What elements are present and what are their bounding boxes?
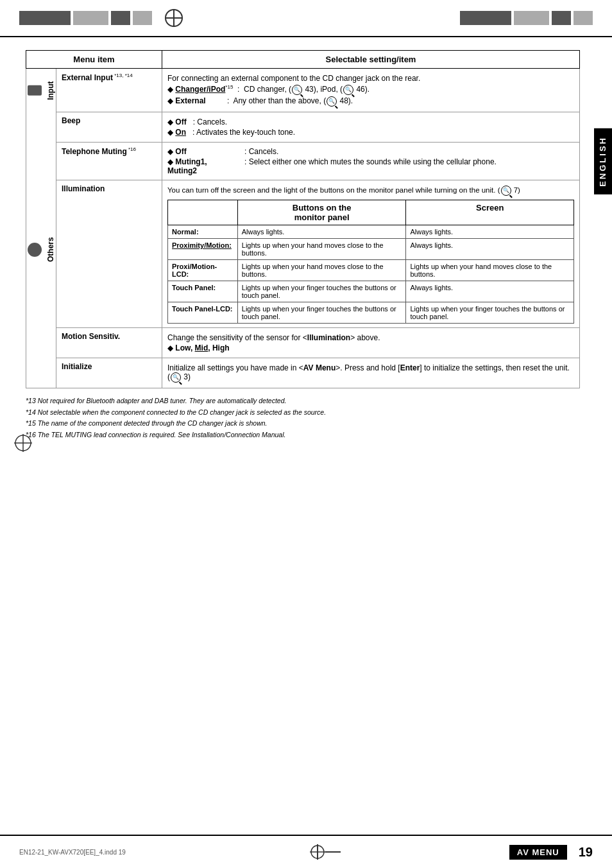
section-label-input: Input	[26, 69, 56, 112]
others-label: Others	[46, 238, 55, 263]
initialize-setting: Initialize all settings you have made in…	[162, 358, 580, 388]
illum-normal-col2: Always lights.	[406, 225, 574, 238]
changer-ipod-item: ◆ Changer/iPod*15 : CD changer, (🔍 43), …	[167, 84, 574, 95]
footnote-15: *15 The name of the component detected t…	[26, 419, 580, 429]
search-icon-5: 🔍	[171, 372, 181, 383]
illum-normal-col1: Always lights.	[237, 225, 406, 238]
page-info: AV MENU 19	[509, 845, 593, 860]
illum-col1-header: Buttons on themonitor panel	[237, 200, 406, 225]
top-bar-left	[19, 11, 152, 25]
bottom-bar: EN12-21_KW-AVX720[EE]_4.indd 19 AV MENU …	[0, 835, 612, 868]
changer-ipod-label: Changer/iPod	[175, 85, 225, 94]
illum-touch-panel-lcd-col2: Lights up when your finger touches the b…	[406, 302, 574, 323]
tel-muting-off-label-cell: ◆ Off	[167, 146, 244, 157]
illum-proximity-label: Proximity/Motion:	[168, 238, 238, 259]
motion-sensitiv-label: Motion Sensitiv.	[62, 332, 120, 341]
illumination-setting: You can turn off the screen and the ligh…	[162, 180, 580, 327]
proxi-lcd-bold: Proxi/Motion-LCD:	[172, 263, 217, 278]
section-label-others: Others	[26, 112, 56, 388]
av-menu-ref: AV Menu	[303, 363, 336, 372]
illum-row-touch-panel-lcd: Touch Panel-LCD: Lights up when your fin…	[168, 302, 574, 323]
av-menu-badge: AV MENU	[509, 845, 567, 860]
external-input-desc: For connecting an external component to …	[167, 74, 574, 83]
file-info: EN12-21_KW-AVX720[EE]_4.indd 19	[19, 849, 126, 856]
main-table: Menu item Selectable setting/item Input …	[26, 50, 580, 388]
illum-row-normal: Normal: Always lights. Always lights.	[168, 225, 574, 238]
external-label: External	[175, 96, 205, 105]
search-icon-2: 🔍	[343, 85, 353, 95]
footnotes: *13 Not required for Bluetooth adapter a…	[26, 396, 580, 440]
illum-col0-header	[168, 200, 238, 225]
beep-on-label: On	[175, 128, 186, 137]
bar-block-8	[574, 11, 593, 25]
bar-block-2	[73, 11, 108, 25]
tel-muting-menu: Telephone Muting *16	[56, 142, 162, 180]
top-header	[0, 0, 612, 37]
table-row-input: Input External Input *13, *14 For connec…	[26, 69, 580, 112]
bar-block-4	[133, 11, 152, 25]
crosshair-top	[165, 9, 183, 27]
illumination-menu: Illumination	[56, 180, 162, 327]
motion-sensitiv-menu: Motion Sensitiv.	[56, 327, 162, 358]
normal-bold: Normal:	[172, 228, 199, 236]
table-header-row: Menu item Selectable setting/item	[26, 51, 580, 69]
muting-label: Muting1,Muting2	[167, 157, 207, 175]
initialize-label: Initialize	[62, 362, 92, 371]
footnote-13: *13 Not required for Bluetooth adapter a…	[26, 396, 580, 406]
illumination-table: Buttons on themonitor panel Screen Norma…	[167, 200, 574, 324]
tel-muting-setting: ◆ Off : Cancels. ◆ Muting1,Muting2 : Sel…	[162, 142, 580, 180]
external-input-menu: External Input *13, *14	[56, 69, 162, 112]
external-input-footnote: *13, *14	[113, 73, 133, 78]
illumination-ref: Illumination	[307, 333, 350, 342]
bottom-bar-inner: EN12-21_KW-AVX720[EE]_4.indd 19 AV MENU …	[19, 844, 593, 860]
low-mid-high-label: Low, Mid, High	[175, 343, 229, 352]
enter-ref: Enter	[400, 363, 420, 372]
bar-block-3	[111, 11, 130, 25]
table-row-tel-muting: Telephone Muting *16 ◆ Off : Cancels. ◆ …	[26, 142, 580, 180]
search-icon-4: 🔍	[501, 186, 511, 196]
bar-block-6	[514, 11, 549, 25]
proximity-bold-underline: Proximity/Motion:	[172, 241, 232, 249]
footnote-14: *14 Not selectable when the component co…	[26, 408, 580, 418]
tel-off-label: Off	[175, 147, 186, 156]
illum-touch-panel-lcd-label: Touch Panel-LCD:	[168, 302, 238, 323]
motion-sensitiv-options: ◆ Low, Mid, High	[167, 343, 574, 352]
illum-touch-panel-col2: Always lights.	[406, 281, 574, 302]
illum-row-proximity: Proximity/Motion: Lights up when your ha…	[168, 238, 574, 259]
illum-proxi-lcd-label: Proxi/Motion-LCD:	[168, 259, 238, 281]
others-icon	[28, 243, 42, 257]
motion-sensitiv-desc: Change the sensitivity of the sensor for…	[167, 333, 574, 342]
bar-block-7	[552, 11, 571, 25]
input-icon	[28, 85, 42, 95]
external-input-setting: For connecting an external component to …	[162, 69, 580, 112]
footnote-16: *16 The TEL MUTING lead connection is re…	[26, 430, 580, 440]
illum-touch-panel-lcd-col1: Lights up when your finger touches the b…	[237, 302, 406, 323]
search-icon-3: 🔍	[327, 96, 337, 107]
touch-panel-bold: Touch Panel:	[172, 284, 216, 291]
illumination-label: Illumination	[62, 184, 105, 193]
tel-muting-muting-label-cell: ◆ Muting1,Muting2	[167, 157, 244, 176]
illum-proximity-col2: Always lights.	[406, 238, 574, 259]
illum-proximity-col1: Lights up when your hand moves close to …	[237, 238, 406, 259]
illum-normal-label: Normal:	[168, 225, 238, 238]
changer-ipod-footnote: *15	[225, 84, 233, 90]
illum-proxi-lcd-col2: Lights up when your hand moves close to …	[406, 259, 574, 281]
input-label: Input	[46, 81, 55, 100]
beep-label: Beep	[62, 116, 80, 125]
tel-muting-muting-row: ◆ Muting1,Muting2 : Select either one wh…	[167, 157, 574, 176]
page: ENGLISH Menu item Selectable setting/ite…	[0, 0, 612, 868]
crosshair-bottom	[310, 844, 325, 860]
external-input-label: External Input	[62, 73, 113, 82]
beep-off: ◆ Off : Cancels.	[167, 117, 574, 126]
beep-setting: ◆ Off : Cancels. ◆ On : Activates the ke…	[162, 112, 580, 142]
table-row-motion-sensitiv: Motion Sensitiv. Change the sensitivity …	[26, 327, 580, 358]
col-setting-header: Selectable setting/item	[162, 51, 580, 69]
table-row-illumination: Illumination You can turn off the screen…	[26, 180, 580, 327]
illum-proxi-lcd-col1: Lights up when your hand moves close to …	[237, 259, 406, 281]
table-row-initialize: Initialize Initialize all settings you h…	[26, 358, 580, 388]
bottom-center	[303, 844, 332, 860]
initialize-menu: Initialize	[56, 358, 162, 388]
tel-muting-muting-value: : Select either one which mutes the soun…	[244, 157, 574, 176]
crosshair-circle	[165, 9, 183, 27]
external-item: ◆ External : Any other than the above, (…	[167, 96, 574, 107]
